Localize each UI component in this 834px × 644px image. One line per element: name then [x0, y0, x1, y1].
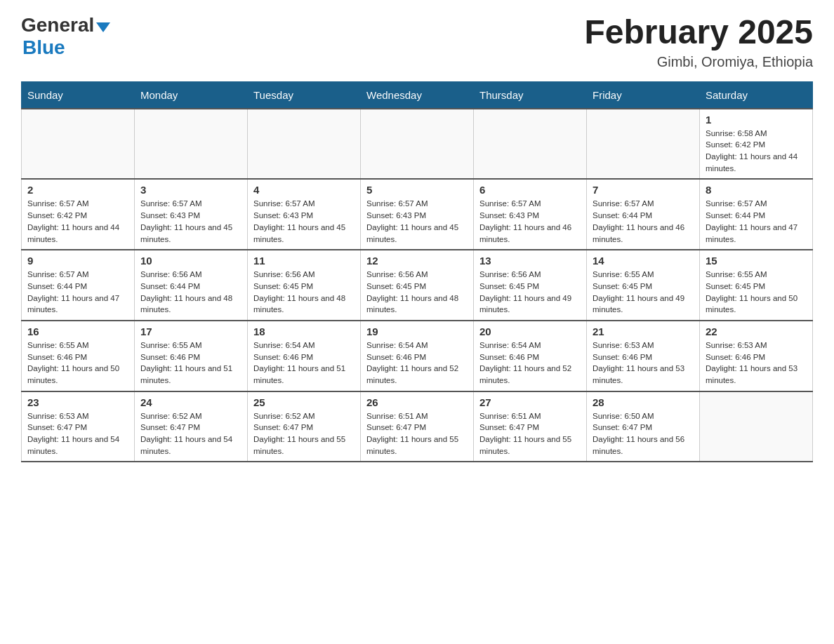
calendar-cell: 7Sunrise: 6:57 AMSunset: 6:44 PMDaylight…	[587, 179, 700, 250]
day-info: Sunrise: 6:52 AMSunset: 6:47 PMDaylight:…	[253, 410, 355, 457]
day-number: 23	[27, 396, 128, 408]
day-info: Sunrise: 6:52 AMSunset: 6:47 PMDaylight:…	[140, 410, 241, 457]
calendar-cell	[474, 109, 587, 180]
day-number: 22	[706, 326, 807, 337]
day-number: 16	[27, 326, 128, 337]
calendar-cell	[248, 109, 361, 180]
day-info: Sunrise: 6:55 AMSunset: 6:45 PMDaylight:…	[593, 269, 694, 316]
day-number: 21	[593, 326, 694, 337]
weekday-header-row: SundayMondayTuesdayWednesdayThursdayFrid…	[22, 81, 813, 109]
week-row-5: 23Sunrise: 6:53 AMSunset: 6:47 PMDayligh…	[22, 391, 813, 462]
calendar-cell: 12Sunrise: 6:56 AMSunset: 6:45 PMDayligh…	[361, 250, 474, 321]
page-header: General Blue February 2025 Gimbi, Oromiy…	[21, 14, 813, 70]
calendar-cell	[22, 109, 135, 180]
location-subtitle: Gimbi, Oromiya, Ethiopia	[584, 54, 813, 70]
logo: General Blue	[21, 14, 110, 59]
day-info: Sunrise: 6:56 AMSunset: 6:44 PMDaylight:…	[140, 269, 241, 316]
week-row-1: 1Sunrise: 6:58 AMSunset: 6:42 PMDaylight…	[22, 109, 813, 180]
calendar-cell: 20Sunrise: 6:54 AMSunset: 6:46 PMDayligh…	[474, 321, 587, 391]
day-number: 24	[140, 396, 241, 408]
weekday-tuesday: Tuesday	[248, 81, 361, 109]
day-info: Sunrise: 6:57 AMSunset: 6:43 PMDaylight:…	[140, 198, 241, 245]
weekday-thursday: Thursday	[474, 81, 587, 109]
day-info: Sunrise: 6:53 AMSunset: 6:46 PMDaylight:…	[593, 340, 694, 387]
day-number: 27	[479, 396, 581, 408]
day-number: 10	[140, 255, 241, 267]
calendar-cell	[587, 109, 700, 180]
weekday-saturday: Saturday	[700, 81, 813, 109]
day-number: 5	[366, 184, 468, 196]
calendar-cell: 23Sunrise: 6:53 AMSunset: 6:47 PMDayligh…	[22, 391, 135, 462]
calendar-cell: 4Sunrise: 6:57 AMSunset: 6:43 PMDaylight…	[248, 179, 361, 250]
day-number: 2	[27, 184, 128, 196]
calendar-cell: 24Sunrise: 6:52 AMSunset: 6:47 PMDayligh…	[135, 391, 248, 462]
week-row-2: 2Sunrise: 6:57 AMSunset: 6:42 PMDaylight…	[22, 179, 813, 250]
day-info: Sunrise: 6:51 AMSunset: 6:47 PMDaylight:…	[479, 410, 581, 457]
day-info: Sunrise: 6:53 AMSunset: 6:47 PMDaylight:…	[27, 410, 128, 457]
calendar-cell: 26Sunrise: 6:51 AMSunset: 6:47 PMDayligh…	[361, 391, 474, 462]
day-number: 18	[253, 326, 355, 337]
calendar-cell: 5Sunrise: 6:57 AMSunset: 6:43 PMDaylight…	[361, 179, 474, 250]
calendar-cell	[700, 391, 813, 462]
weekday-friday: Friday	[587, 81, 700, 109]
day-info: Sunrise: 6:53 AMSunset: 6:46 PMDaylight:…	[706, 340, 807, 387]
day-info: Sunrise: 6:56 AMSunset: 6:45 PMDaylight:…	[479, 269, 581, 316]
day-number: 20	[479, 326, 581, 337]
day-info: Sunrise: 6:55 AMSunset: 6:45 PMDaylight:…	[706, 269, 807, 316]
day-number: 9	[27, 255, 128, 267]
day-number: 3	[140, 184, 241, 196]
day-number: 13	[479, 255, 581, 267]
day-number: 11	[253, 255, 355, 267]
title-area: February 2025 Gimbi, Oromiya, Ethiopia	[584, 14, 813, 70]
calendar-cell: 17Sunrise: 6:55 AMSunset: 6:46 PMDayligh…	[135, 321, 248, 391]
day-info: Sunrise: 6:57 AMSunset: 6:44 PMDaylight:…	[27, 269, 128, 316]
day-info: Sunrise: 6:51 AMSunset: 6:47 PMDaylight:…	[366, 410, 468, 457]
day-number: 26	[366, 396, 468, 408]
weekday-wednesday: Wednesday	[361, 81, 474, 109]
calendar-table: SundayMondayTuesdayWednesdayThursdayFrid…	[21, 81, 813, 462]
calendar-cell: 2Sunrise: 6:57 AMSunset: 6:42 PMDaylight…	[22, 179, 135, 250]
logo-general-text: General	[21, 14, 94, 36]
week-row-3: 9Sunrise: 6:57 AMSunset: 6:44 PMDaylight…	[22, 250, 813, 321]
day-number: 19	[366, 326, 468, 337]
calendar-cell: 1Sunrise: 6:58 AMSunset: 6:42 PMDaylight…	[700, 109, 813, 180]
calendar-cell: 18Sunrise: 6:54 AMSunset: 6:46 PMDayligh…	[248, 321, 361, 391]
logo-arrow-icon	[96, 20, 110, 33]
calendar-cell: 8Sunrise: 6:57 AMSunset: 6:44 PMDaylight…	[700, 179, 813, 250]
calendar-cell	[361, 109, 474, 180]
calendar-cell: 25Sunrise: 6:52 AMSunset: 6:47 PMDayligh…	[248, 391, 361, 462]
day-number: 7	[593, 184, 694, 196]
calendar-cell: 15Sunrise: 6:55 AMSunset: 6:45 PMDayligh…	[700, 250, 813, 321]
day-info: Sunrise: 6:56 AMSunset: 6:45 PMDaylight:…	[366, 269, 468, 316]
calendar-cell: 22Sunrise: 6:53 AMSunset: 6:46 PMDayligh…	[700, 321, 813, 391]
day-info: Sunrise: 6:57 AMSunset: 6:43 PMDaylight:…	[479, 198, 581, 245]
calendar-cell: 28Sunrise: 6:50 AMSunset: 6:47 PMDayligh…	[587, 391, 700, 462]
calendar-cell: 21Sunrise: 6:53 AMSunset: 6:46 PMDayligh…	[587, 321, 700, 391]
day-number: 14	[593, 255, 694, 267]
day-info: Sunrise: 6:54 AMSunset: 6:46 PMDaylight:…	[479, 340, 581, 387]
weekday-sunday: Sunday	[22, 81, 135, 109]
day-number: 28	[593, 396, 694, 408]
day-info: Sunrise: 6:57 AMSunset: 6:43 PMDaylight:…	[253, 198, 355, 245]
day-info: Sunrise: 6:58 AMSunset: 6:42 PMDaylight:…	[706, 128, 807, 175]
calendar-cell: 16Sunrise: 6:55 AMSunset: 6:46 PMDayligh…	[22, 321, 135, 391]
day-info: Sunrise: 6:57 AMSunset: 6:43 PMDaylight:…	[366, 198, 468, 245]
day-info: Sunrise: 6:55 AMSunset: 6:46 PMDaylight:…	[140, 340, 241, 387]
weekday-monday: Monday	[135, 81, 248, 109]
day-info: Sunrise: 6:55 AMSunset: 6:46 PMDaylight:…	[27, 340, 128, 387]
calendar-cell: 14Sunrise: 6:55 AMSunset: 6:45 PMDayligh…	[587, 250, 700, 321]
day-info: Sunrise: 6:50 AMSunset: 6:47 PMDaylight:…	[593, 410, 694, 457]
calendar-cell: 9Sunrise: 6:57 AMSunset: 6:44 PMDaylight…	[22, 250, 135, 321]
day-info: Sunrise: 6:56 AMSunset: 6:45 PMDaylight:…	[253, 269, 355, 316]
week-row-4: 16Sunrise: 6:55 AMSunset: 6:46 PMDayligh…	[22, 321, 813, 391]
calendar-cell: 3Sunrise: 6:57 AMSunset: 6:43 PMDaylight…	[135, 179, 248, 250]
calendar-cell	[135, 109, 248, 180]
calendar-cell: 13Sunrise: 6:56 AMSunset: 6:45 PMDayligh…	[474, 250, 587, 321]
day-number: 15	[706, 255, 807, 267]
month-title: February 2025	[584, 14, 813, 51]
calendar-cell: 6Sunrise: 6:57 AMSunset: 6:43 PMDaylight…	[474, 179, 587, 250]
calendar-cell: 27Sunrise: 6:51 AMSunset: 6:47 PMDayligh…	[474, 391, 587, 462]
logo-blue-text: Blue	[22, 36, 65, 58]
day-info: Sunrise: 6:57 AMSunset: 6:42 PMDaylight:…	[27, 198, 128, 245]
day-number: 4	[253, 184, 355, 196]
